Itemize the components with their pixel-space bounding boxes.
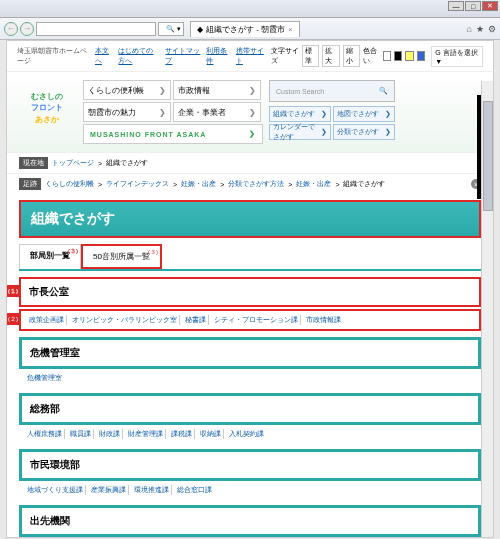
bc-link[interactable]: 妊娠・出産 [181, 179, 216, 189]
search-tab-category[interactable]: 分類でさがす❯ [333, 124, 395, 140]
bc-history-label: 足跡 [19, 178, 41, 190]
tab-title: 組織でさがす - 朝霞市 [206, 24, 285, 35]
dept-link[interactable]: 職員課 [68, 429, 94, 439]
home-icon[interactable]: ⌂ [467, 24, 472, 34]
font-std[interactable]: 標準 [302, 45, 319, 67]
top-link-2[interactable]: サイトマップ [165, 46, 200, 66]
color-yellow[interactable] [405, 51, 413, 61]
section-soumu: 総務部 [19, 393, 481, 425]
forward-button[interactable]: → [20, 22, 34, 36]
browser-tab[interactable]: ◆ 組織でさがす - 朝霞市 × [190, 21, 300, 37]
bc-link[interactable]: くらしの便利帳 [45, 179, 94, 189]
marker-2: (２) [7, 313, 19, 325]
custom-search-box[interactable]: Custom Search 🔍 [269, 80, 395, 102]
sublist-shicho: (２) 政策企画課 オリンピック・パラリンピック室 秘書課 シティ・プロモーショ… [19, 309, 481, 331]
logo-line2: フロント [31, 102, 63, 113]
search-tab-org[interactable]: 組織でさがす❯ [269, 106, 331, 122]
dept-link[interactable]: 財政課 [97, 429, 123, 439]
dept-link[interactable]: 総合窓口課 [175, 485, 214, 495]
nav-shisei[interactable]: 市政情報❯ [173, 80, 261, 100]
search-icon[interactable]: 🔍 [379, 87, 388, 95]
close-window-button[interactable]: ✕ [482, 1, 498, 11]
tab-favicon: ◆ [197, 25, 203, 34]
chevron-right-icon: ❯ [159, 86, 166, 95]
font-size-label: 文字サイズ [271, 46, 299, 66]
chevron-right-icon: ❯ [159, 108, 166, 117]
bc-current: 組織でさがす [106, 158, 148, 168]
logo-line3: あさか [35, 114, 59, 125]
dept-link[interactable]: 産業振興課 [89, 485, 129, 495]
section-kiki: 危機管理室 [19, 337, 481, 369]
google-translate[interactable]: G 言語を選択 ▼ [431, 46, 483, 67]
page-title: 組織でさがす [19, 200, 481, 238]
font-small[interactable]: 縮小 [343, 45, 360, 67]
gear-icon[interactable]: ⚙ [488, 24, 496, 34]
nav-kigyou[interactable]: 企業・事業者❯ [173, 102, 261, 122]
address-bar[interactable] [36, 22, 156, 36]
dept-link[interactable]: オリンピック・パラリンピック室 [70, 315, 180, 325]
color-black[interactable] [394, 51, 402, 61]
chevron-right-icon: ❯ [249, 108, 256, 117]
chevron-right-icon: ❯ [249, 86, 256, 95]
scroll-thumb[interactable] [483, 101, 493, 211]
dept-link[interactable]: 入札契約課 [227, 429, 266, 439]
bc-current-label: 現在地 [19, 157, 48, 169]
bc-link[interactable]: 分類でさがす方法 [228, 179, 284, 189]
dept-link[interactable]: 課税課 [169, 429, 195, 439]
bc-link[interactable]: トップページ [52, 158, 94, 168]
tab-close-icon[interactable]: × [288, 25, 293, 34]
minimize-button[interactable]: — [448, 1, 464, 11]
section-shicho: (１) 市長公室 [19, 277, 481, 307]
tab-bukyoku[interactable]: 部局別一覧(３) [19, 244, 81, 269]
section-shimin: 市民環境部 [19, 449, 481, 481]
nav-miryoku[interactable]: 朝霞市の魅力❯ [83, 102, 171, 122]
scrollbar[interactable] [481, 81, 493, 537]
top-link-1[interactable]: はじめての方へ [118, 46, 159, 66]
color-blue[interactable] [417, 51, 425, 61]
tab-badge: (３) [148, 248, 158, 257]
color-white[interactable] [383, 51, 391, 61]
sublist-kiki: 危機管理室 [19, 369, 481, 387]
dept-link[interactable]: 危機管理室 [25, 373, 64, 383]
sublist-shimin: 地域づくり支援課 産業振興課 環境推進課 総合窓口課 [19, 481, 481, 499]
dept-link[interactable]: 地域づくり支援課 [25, 485, 86, 495]
search-placeholder: Custom Search [276, 88, 324, 95]
top-link-3[interactable]: 利用条件 [206, 46, 229, 66]
top-link-0[interactable]: 本文へ [95, 46, 113, 66]
search-tab-map[interactable]: 地図でさがす❯ [333, 106, 395, 122]
dept-link[interactable]: シティ・プロモーション課 [212, 315, 301, 325]
browser-search[interactable]: 🔍 ▾ [158, 22, 184, 36]
bc-link[interactable]: 妊娠・出産 [296, 179, 331, 189]
tab-badge: (３) [68, 247, 78, 256]
nav-kurashi[interactable]: くらしの便利帳❯ [83, 80, 171, 100]
bc-current: 組織でさがす [343, 179, 385, 189]
dept-link[interactable]: 市政情報課 [304, 315, 343, 325]
logo-line1: むさしの [31, 91, 63, 102]
back-button[interactable]: ← [4, 22, 18, 36]
dept-link[interactable]: 財産管理課 [126, 429, 166, 439]
bc-link[interactable]: ライフインデックス [106, 179, 169, 189]
site-logo[interactable]: むさしの フロント あさか [17, 80, 77, 136]
maximize-button[interactable]: □ [465, 1, 481, 11]
font-large[interactable]: 拡大 [322, 45, 339, 67]
dept-link[interactable]: 秘書課 [183, 315, 209, 325]
site-name: 埼玉県朝霞市ホームページ [17, 46, 89, 66]
chevron-right-icon: ❯ [249, 130, 256, 138]
section-desaki: 出先機関 [19, 505, 481, 537]
musashino-banner[interactable]: MUSASHINO FRONT ASAKA❯ [83, 124, 263, 144]
star-icon[interactable]: ★ [476, 24, 484, 34]
search-tab-calendar[interactable]: カレンダーでさがす❯ [269, 124, 331, 140]
marker-1: (１) [7, 285, 19, 297]
tab-gojuon[interactable]: 50音別所属一覧(３) [81, 244, 162, 269]
dept-link[interactable]: 政策企画課 [27, 315, 67, 325]
dept-link[interactable]: 収納課 [198, 429, 224, 439]
sublist-soumu: 人権庶務課 職員課 財政課 財産管理課 課税課 収納課 入札契約課 [19, 425, 481, 443]
color-label: 色合い [363, 46, 380, 66]
dept-link[interactable]: 環境推進課 [132, 485, 172, 495]
top-link-4[interactable]: 携帯サイト [236, 46, 265, 66]
dept-link[interactable]: 人権庶務課 [25, 429, 65, 439]
